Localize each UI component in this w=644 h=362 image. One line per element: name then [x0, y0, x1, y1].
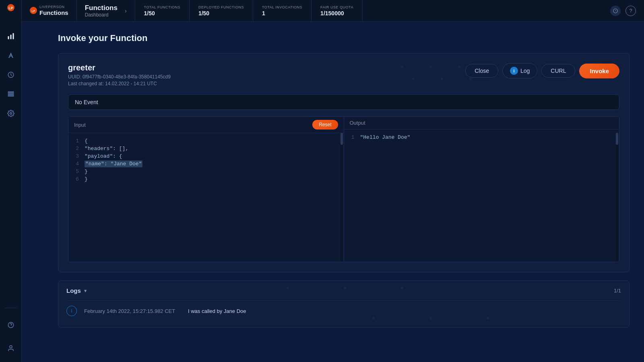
- log-message: I was called by Jane Doe: [188, 308, 246, 314]
- line-content: }: [85, 176, 88, 182]
- output-header: Output: [344, 117, 619, 130]
- input-line: 3 "payload": {: [68, 152, 344, 160]
- close-button[interactable]: Close: [465, 64, 498, 78]
- line-number: 5: [68, 169, 85, 175]
- stat-item-deployed-functions: DEPLOYED FUNCTIONS1/50: [190, 0, 253, 21]
- log-entry: i February 14th 2022, 15:27:15.982 CET I…: [66, 300, 621, 321]
- logs-count: 1/1: [614, 288, 621, 294]
- output-code: 1"Hello Jane Doe": [344, 130, 619, 258]
- topbar-right: ?: [610, 6, 644, 16]
- logs-entries: i February 14th 2022, 15:27:15.982 CET I…: [66, 300, 621, 321]
- highlighted-text: "name": "Jane Doe": [85, 160, 142, 167]
- brand-logo: LP LIVEPERSON Functions: [30, 5, 68, 16]
- output-line: 1"Hello Jane Doe": [344, 134, 619, 141]
- logs-header: Logs ▼ 1/1: [66, 287, 621, 294]
- function-name: greeter: [68, 63, 465, 72]
- svg-rect-6: [8, 92, 14, 93]
- function-uuid: UUID: 0f9477fb-0340-48e3-84fa-358041145c…: [68, 74, 465, 80]
- svg-text:LP: LP: [8, 6, 13, 10]
- sidebar: LP: [0, 0, 22, 362]
- stat-label: TOTAL FUNCTIONS: [144, 5, 180, 9]
- stat-item-total-functions: TOTAL FUNCTIONS1/50: [135, 0, 190, 21]
- sidebar-item-clock[interactable]: [4, 68, 18, 82]
- topbar: LP LIVEPERSON Functions Functions Dashbo…: [22, 0, 644, 22]
- company-name: LIVEPERSON: [39, 5, 68, 9]
- stat-item-total-invocations: TOTAL INVOCATIONS1: [253, 0, 312, 21]
- stat-label: FAIR USE QUOTA: [320, 5, 353, 9]
- svg-rect-3: [10, 35, 11, 39]
- log-timestamp: February 14th 2022, 15:27:15.982 CET: [84, 308, 181, 314]
- svg-rect-2: [8, 36, 9, 39]
- page-title: Invoke your Function: [58, 33, 630, 43]
- stat-value: 1: [262, 10, 302, 16]
- function-actions: Close i Log CURL Invoke: [465, 63, 619, 78]
- log-info-icon: i: [66, 306, 77, 316]
- topbar-stats: TOTAL FUNCTIONS1/50DEPLOYED FUNCTIONS1/5…: [135, 0, 610, 21]
- nav-arrow-icon: ›: [125, 8, 127, 14]
- svg-text:LP: LP: [32, 10, 35, 12]
- function-changed: Last changed at: 14.02.2022 - 14:21 UTC: [68, 81, 465, 86]
- input-line: 1{: [68, 137, 344, 145]
- line-content: }: [85, 169, 88, 175]
- stat-label: DEPLOYED FUNCTIONS: [198, 5, 244, 9]
- line-number: 3: [68, 153, 85, 159]
- input-header: Input Reset: [68, 117, 344, 133]
- invoke-button[interactable]: Invoke: [579, 64, 619, 78]
- line-number: 1: [344, 134, 360, 140]
- function-header: greeter UUID: 0f9477fb-0340-48e3-84fa-35…: [68, 63, 619, 86]
- line-content: "headers": [],: [85, 146, 128, 152]
- help-icon[interactable]: ?: [625, 6, 636, 16]
- line-content: "payload": {: [85, 153, 122, 159]
- brand-area: LP LIVEPERSON Functions: [22, 0, 77, 21]
- line-number: 6: [68, 176, 85, 182]
- output-pane: Output 1"Hello Jane Doe": [344, 117, 619, 262]
- sidebar-logo: LP: [4, 4, 18, 19]
- line-content: "Hello Jane Doe": [360, 134, 411, 140]
- line-number: 4: [68, 161, 85, 167]
- svg-rect-4: [12, 33, 14, 39]
- svg-point-12: [10, 346, 12, 348]
- product-name: Functions: [39, 9, 68, 16]
- logs-title[interactable]: Logs ▼: [66, 287, 88, 294]
- input-line: 6}: [68, 175, 344, 183]
- svg-rect-8: [8, 95, 14, 96]
- input-line: 2 "headers": [],: [68, 145, 344, 152]
- nav-title: Functions: [85, 4, 118, 12]
- sidebar-item-settings[interactable]: [4, 106, 18, 121]
- curl-button[interactable]: CURL: [541, 64, 575, 78]
- lp-logo-icon: LP: [30, 7, 37, 14]
- nav-subtitle: Dashboard: [85, 12, 118, 18]
- stat-value: 1/50: [198, 10, 244, 16]
- sidebar-item-chart[interactable]: [4, 29, 18, 43]
- log-button[interactable]: i Log: [502, 63, 537, 78]
- output-scrollbar-thumb: [616, 133, 618, 145]
- liveperson-logo-icon: LP: [7, 4, 14, 11]
- line-number: 2: [68, 146, 85, 152]
- input-line: 5 }: [68, 168, 344, 175]
- stat-value: 1/150000: [320, 10, 353, 16]
- log-badge: i: [510, 67, 518, 75]
- nav-item-functions[interactable]: Functions Dashboard ›: [85, 4, 127, 18]
- sidebar-item-help[interactable]: [4, 318, 18, 332]
- input-label: Input: [74, 122, 86, 128]
- input-scrollbar[interactable]: [341, 133, 343, 261]
- no-event-input[interactable]: [68, 95, 619, 110]
- logs-section: Logs ▼ 1/1 i February 14th 2022, 15:27:1…: [58, 280, 630, 328]
- line-content: "name": "Jane Doe": [85, 161, 142, 167]
- info-icon[interactable]: [610, 6, 621, 16]
- output-scrollbar[interactable]: [616, 133, 618, 261]
- function-card: greeter UUID: 0f9477fb-0340-48e3-84fa-35…: [58, 53, 630, 272]
- stat-item-fair-use-quota: FAIR USE QUOTA1/150000: [312, 0, 363, 21]
- input-pane: Input Reset 1{2 "headers": [],3 "payload…: [68, 117, 344, 262]
- function-info: greeter UUID: 0f9477fb-0340-48e3-84fa-35…: [68, 63, 465, 86]
- sidebar-item-list[interactable]: [4, 87, 18, 101]
- input-scrollbar-thumb: [341, 133, 343, 145]
- reset-button[interactable]: Reset: [312, 120, 338, 130]
- input-code[interactable]: 1{2 "headers": [],3 "payload": {4 "name"…: [68, 133, 344, 262]
- stat-value: 1/50: [144, 10, 180, 16]
- sidebar-item-user[interactable]: [4, 341, 18, 356]
- output-label: Output: [350, 120, 365, 126]
- brand-text: LIVEPERSON Functions: [39, 5, 68, 16]
- sidebar-item-lambda[interactable]: [4, 48, 18, 63]
- editor-area: Input Reset 1{2 "headers": [],3 "payload…: [68, 116, 619, 262]
